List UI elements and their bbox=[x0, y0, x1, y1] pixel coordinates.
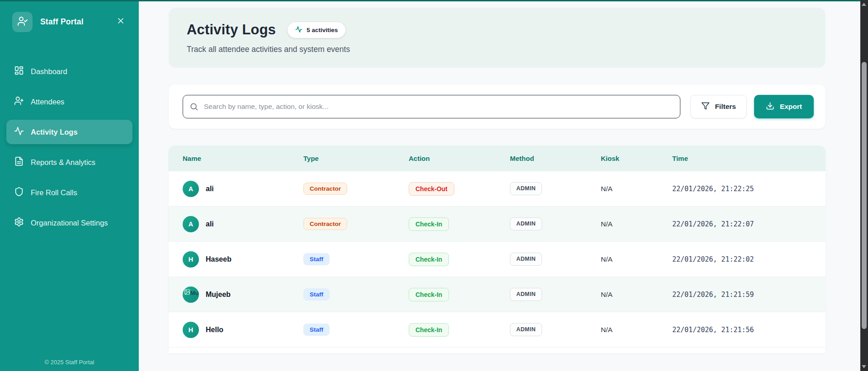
scrollbar-down-arrow[interactable] bbox=[862, 365, 866, 368]
filters-button[interactable]: Filters bbox=[690, 95, 747, 118]
table-body: A ali Contractor Check-Out ADMIN N/A 22/… bbox=[169, 171, 826, 348]
export-button[interactable]: Export bbox=[754, 95, 814, 118]
action-badge: Check-In bbox=[409, 217, 449, 231]
column-header-time: Time bbox=[672, 155, 811, 162]
activities-count-label: 5 activities bbox=[307, 27, 338, 33]
time-value: 22/01/2026, 21:22:02 bbox=[672, 255, 811, 263]
filters-label: Filters bbox=[715, 103, 736, 111]
table-row[interactable]: A ali Contractor Check-In ADMIN N/A 22/0… bbox=[169, 207, 826, 242]
column-header-action: Action bbox=[409, 155, 510, 162]
sidebar-item-label: Organizational Settings bbox=[31, 219, 108, 227]
row-name: ali bbox=[206, 220, 214, 228]
avatar: H bbox=[183, 251, 199, 268]
column-header-method: Method bbox=[510, 155, 601, 162]
column-header-type: Type bbox=[303, 155, 409, 162]
row-name: Haseeb bbox=[206, 255, 231, 263]
action-badge: Check-In bbox=[409, 253, 449, 266]
sidebar-item-label: Fire Roll Calls bbox=[31, 188, 77, 197]
table-row[interactable]: H Hello Staff Check-In ADMIN N/A 22/01/2… bbox=[169, 312, 826, 348]
app-title: Staff Portal bbox=[40, 17, 84, 27]
toolbar: Filters Export bbox=[169, 85, 826, 129]
method-badge: ADMIN bbox=[510, 323, 542, 336]
sidebar-footer: © 2025 Staff Portal bbox=[0, 359, 139, 366]
funnel-icon bbox=[701, 102, 710, 112]
time-value: 22/01/2026, 21:22:07 bbox=[672, 220, 811, 228]
time-value: 22/01/2026, 21:21:59 bbox=[672, 291, 811, 299]
activity-table: Name Type Action Method Kiosk Time A ali… bbox=[169, 146, 826, 353]
activity-pulse-icon bbox=[295, 26, 302, 34]
download-icon bbox=[766, 102, 774, 112]
avatar: H bbox=[183, 322, 199, 338]
sidebar-item-label: Attendees bbox=[31, 98, 64, 106]
table-row[interactable]: A ali Contractor Check-Out ADMIN N/A 22/… bbox=[169, 171, 826, 207]
method-badge: ADMIN bbox=[510, 217, 542, 230]
user-check-icon bbox=[17, 16, 28, 28]
action-badge: Check-In bbox=[409, 323, 449, 337]
kiosk-value: N/A bbox=[601, 185, 672, 193]
avatar: A bbox=[183, 216, 199, 232]
sidebar-item-label: Reports & Analytics bbox=[31, 158, 95, 167]
scrollbar-up-arrow[interactable] bbox=[862, 3, 866, 6]
user-plus-icon bbox=[14, 96, 24, 108]
time-value: 22/01/2026, 21:21:56 bbox=[672, 326, 811, 334]
action-badge: Check-In bbox=[409, 288, 449, 301]
type-badge: Staff bbox=[303, 324, 330, 336]
app-logo bbox=[12, 12, 33, 32]
close-sidebar-button[interactable] bbox=[114, 15, 127, 28]
column-header-name: Name bbox=[183, 155, 303, 162]
shield-icon bbox=[14, 187, 24, 198]
gear-icon bbox=[14, 217, 24, 229]
row-name: ali bbox=[206, 185, 214, 193]
page-subtitle: Track all attendee activities and system… bbox=[187, 45, 807, 54]
broken-avatar-image: Mu bbox=[183, 286, 199, 303]
broken-image-icon bbox=[184, 289, 190, 295]
activity-icon bbox=[14, 126, 24, 138]
type-badge: Staff bbox=[303, 288, 330, 301]
sidebar-item-fire-roll-calls[interactable]: Fire Roll Calls bbox=[6, 180, 132, 205]
search-input[interactable] bbox=[183, 95, 680, 118]
close-icon bbox=[116, 16, 125, 27]
sidebar-item-dashboard[interactable]: Dashboard bbox=[6, 59, 132, 84]
activities-count-badge: 5 activities bbox=[288, 22, 345, 38]
type-badge: Contractor bbox=[303, 183, 347, 195]
method-badge: ADMIN bbox=[510, 182, 542, 195]
page-title: Activity Logs bbox=[187, 22, 276, 38]
kiosk-value: N/A bbox=[601, 326, 672, 334]
sidebar-item-label: Dashboard bbox=[31, 67, 67, 76]
row-name: Mujeeb bbox=[206, 291, 231, 299]
time-value: 22/01/2026, 21:22:25 bbox=[672, 185, 811, 193]
sidebar-nav: Dashboard Attendees Activity Logs Report… bbox=[0, 59, 139, 235]
column-header-kiosk: Kiosk bbox=[601, 155, 672, 162]
sidebar-item-activity-logs[interactable]: Activity Logs bbox=[6, 120, 132, 144]
sidebar-item-attendees[interactable]: Attendees bbox=[6, 89, 132, 114]
avatar-alt-text: Mu bbox=[190, 290, 199, 296]
kiosk-value: N/A bbox=[601, 220, 672, 228]
method-badge: ADMIN bbox=[510, 288, 542, 301]
file-text-icon bbox=[14, 156, 24, 168]
row-name: Hello bbox=[206, 326, 223, 334]
table-row[interactable]: H Haseeb Staff Check-In ADMIN N/A 22/01/… bbox=[169, 242, 826, 277]
top-accent-bar bbox=[0, 0, 860, 1]
kiosk-value: N/A bbox=[601, 255, 672, 263]
scrollbar[interactable] bbox=[860, 0, 868, 371]
dashboard-icon bbox=[14, 66, 24, 77]
scrollbar-thumb[interactable] bbox=[862, 62, 867, 329]
sidebar-item-organizational-settings[interactable]: Organizational Settings bbox=[6, 211, 132, 235]
type-badge: Staff bbox=[303, 253, 330, 266]
table-header-row: Name Type Action Method Kiosk Time bbox=[169, 146, 826, 171]
sidebar-header: Staff Portal bbox=[0, 0, 139, 32]
action-badge: Check-Out bbox=[409, 182, 454, 196]
search-wrap bbox=[183, 95, 680, 118]
sidebar-item-label: Activity Logs bbox=[31, 128, 78, 136]
method-badge: ADMIN bbox=[510, 253, 542, 266]
sidebar: Staff Portal Dashboard Attendees Activit… bbox=[0, 0, 139, 371]
main-content: Activity Logs 5 activities Track all att… bbox=[139, 0, 868, 371]
export-label: Export bbox=[780, 103, 802, 111]
table-row[interactable]: Mu Mujeeb Staff Check-In ADMIN N/A 22/01… bbox=[169, 277, 826, 312]
type-badge: Contractor bbox=[303, 218, 347, 230]
sidebar-item-reports-analytics[interactable]: Reports & Analytics bbox=[6, 150, 132, 174]
avatar: A bbox=[183, 181, 199, 197]
kiosk-value: N/A bbox=[601, 291, 672, 299]
page-header: Activity Logs 5 activities Track all att… bbox=[169, 8, 826, 68]
